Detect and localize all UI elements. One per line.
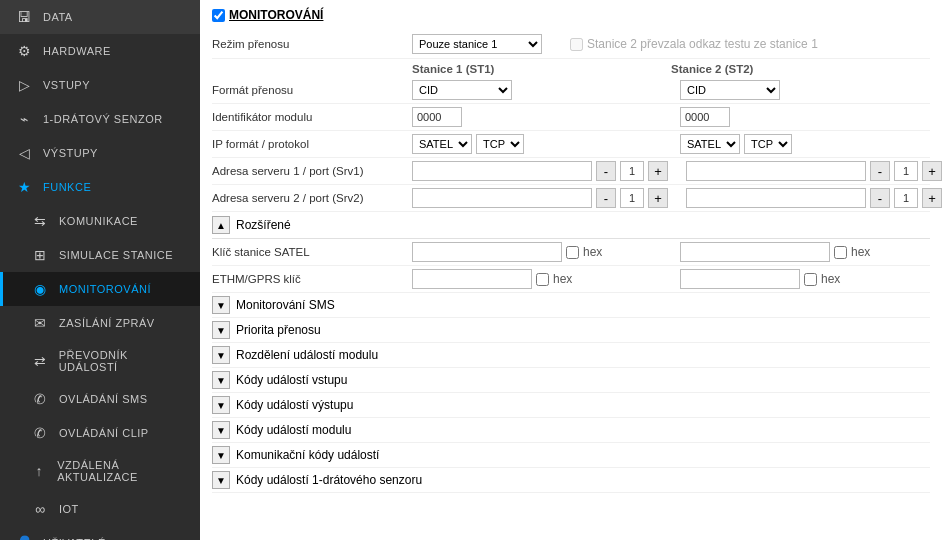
sidebar-item-hardware[interactable]: ⚙ HARDWARE (0, 34, 200, 68)
sidebar-item-funkce[interactable]: ★ FUNKCE (0, 170, 200, 204)
klic-hex-label-2[interactable]: hex (834, 245, 870, 259)
sidebar-item-vzdalena[interactable]: ↑ VZDÁLENÁ AKTUALIZACE (0, 450, 200, 492)
collapse-btn-3[interactable]: ▼ (212, 371, 230, 389)
server1-num-2[interactable] (894, 161, 918, 181)
ip-proto-select-1[interactable]: SATELSIAContactID (412, 134, 472, 154)
server2-minus-btn-1[interactable]: - (596, 188, 616, 208)
ip-proto-select-2[interactable]: SATELSIAContactID (680, 134, 740, 154)
ethm-input-2[interactable] (680, 269, 800, 289)
collapse-item-3: ▼ Kódy událostí vstupu (212, 368, 930, 393)
stanice2-checkbox[interactable] (570, 38, 583, 51)
ethm-hex-label-2[interactable]: hex (804, 272, 840, 286)
server2-num-2[interactable] (894, 188, 918, 208)
klic-hex-text-2: hex (851, 245, 870, 259)
mode-label: Režim přenosu (212, 38, 412, 50)
identifikator-content (412, 107, 930, 127)
sidebar-label-vystupy: VÝSTUPY (43, 147, 98, 159)
sidebar-item-vystupy[interactable]: ◁ VÝSTUPY (0, 136, 200, 170)
rozsirene-label: Rozšířené (236, 218, 291, 232)
server1-plus-btn-1[interactable]: + (648, 161, 668, 181)
rozsirene-toggle-btn[interactable]: ▲ (212, 216, 230, 234)
klic-hex-label-1[interactable]: hex (566, 245, 602, 259)
ethm-col-left: hex (412, 269, 662, 289)
sidebar-item-zasilani[interactable]: ✉ ZASÍLÁNÍ ZPRÁV (0, 306, 200, 340)
mode-select[interactable]: Pouze stanice 1 Obě stanice Stanice 2 (412, 34, 542, 54)
collapse-btn-0[interactable]: ▼ (212, 296, 230, 314)
collapse-item-7: ▼ Kódy událostí 1-drátového senzoru (212, 468, 930, 493)
collapse-btn-7[interactable]: ▼ (212, 471, 230, 489)
server1-content: - + - + (412, 161, 942, 181)
sidebar-label-funkce: FUNKCE (43, 181, 91, 193)
sidebar-item-iot[interactable]: ∞ IoT (0, 492, 200, 526)
collapse-btn-5[interactable]: ▼ (212, 421, 230, 439)
identifikator-input-2[interactable] (680, 107, 730, 127)
server2-num-1[interactable] (620, 188, 644, 208)
sidebar-item-1dratovy[interactable]: ⌁ 1-DRÁTOVÝ SENZOR (0, 102, 200, 136)
ethm-content: hex hex (412, 269, 930, 289)
server1-num-1[interactable] (620, 161, 644, 181)
server1-minus-btn-1[interactable]: - (596, 161, 616, 181)
monitorovani-checkbox[interactable] (212, 9, 225, 22)
server2-plus-btn-2[interactable]: + (922, 188, 942, 208)
tcp-select-2[interactable]: TCPUDP (744, 134, 792, 154)
stanice2-checkbox-label[interactable]: Stanice 2 převzala odkaz testu ze stanic… (570, 37, 818, 51)
ethm-col-right: hex (680, 269, 930, 289)
server1-plus-btn-2[interactable]: + (922, 161, 942, 181)
ethm-hex-checkbox-1[interactable] (536, 273, 549, 286)
ip-format-label: IP formát / protokol (212, 138, 412, 150)
collapse-item-2: ▼ Rozdělení událostí modulu (212, 343, 930, 368)
sidebar: 🖫 DATA ⚙ HARDWARE ▷ VSTUPY ⌁ 1-DRÁTOVÝ S… (0, 0, 200, 540)
format-select-2[interactable]: CID SIA ContactID (680, 80, 780, 100)
collapse-label-2: Rozdělení událostí modulu (236, 348, 378, 362)
sidebar-label-iot: IoT (59, 503, 79, 515)
rozsirene-section: ▲ Rozšířené (212, 212, 930, 239)
server1-row: Adresa serveru 1 / port (Srv1) - + - + (212, 158, 930, 185)
server2-addr-input-2[interactable] (686, 188, 866, 208)
klic-stanice-content: hex hex (412, 242, 930, 262)
sidebar-item-simulace[interactable]: ⊞ SIMULACE STANICE (0, 238, 200, 272)
main-content: MONITOROVÁNÍ Režim přenosu Pouze stanice… (200, 0, 942, 540)
collapse-btn-4[interactable]: ▼ (212, 396, 230, 414)
format-col-left: CID SIA ContactID (412, 80, 662, 100)
ethm-hex-checkbox-2[interactable] (804, 273, 817, 286)
sidebar-label-vstupy: VSTUPY (43, 79, 90, 91)
format-select-1[interactable]: CID SIA ContactID (412, 80, 512, 100)
server1-addr-input-2[interactable] (686, 161, 866, 181)
stanice2-label: Stanice 2 převzala odkaz testu ze stanic… (587, 37, 818, 51)
station1-header: Stanice 1 (ST1) (412, 63, 671, 75)
sidebar-item-monitorovani[interactable]: ◉ MONITOROVÁNÍ (0, 272, 200, 306)
sidebar-item-prevodnik[interactable]: ⇄ PŘEVODNÍK UDÁLOSTÍ (0, 340, 200, 382)
server2-minus-btn-2[interactable]: - (870, 188, 890, 208)
klic-stanice-label: Klíč stanice SATEL (212, 246, 412, 258)
klic-input-2[interactable] (680, 242, 830, 262)
format-col-right: CID SIA ContactID (680, 80, 930, 100)
collapse-item-0: ▼ Monitorování SMS (212, 293, 930, 318)
server2-plus-btn-1[interactable]: + (648, 188, 668, 208)
sidebar-item-ovladani-sms[interactable]: ✆ OVLÁDÁNÍ SMS (0, 382, 200, 416)
klic-hex-checkbox-1[interactable] (566, 246, 579, 259)
identifikator-input-1[interactable] (412, 107, 462, 127)
sidebar-item-komunikace[interactable]: ⇆ KOMUNIKACE (0, 204, 200, 238)
collapse-label-6: Komunikační kódy událostí (236, 448, 379, 462)
server2-content: - + - + (412, 188, 942, 208)
collapse-btn-6[interactable]: ▼ (212, 446, 230, 464)
server1-addr-input-1[interactable] (412, 161, 592, 181)
ethm-input-1[interactable] (412, 269, 532, 289)
collapse-btn-1[interactable]: ▼ (212, 321, 230, 339)
sidebar-item-ovladani-clip[interactable]: ✆ OVLÁDÁNÍ CLIP (0, 416, 200, 450)
ethm-hex-label-1[interactable]: hex (536, 272, 572, 286)
monitorovani-checkbox-label[interactable]: MONITOROVÁNÍ (212, 8, 323, 22)
sidebar-item-data[interactable]: 🖫 DATA (0, 0, 200, 34)
klic-input-1[interactable] (412, 242, 562, 262)
server2-addr-input-1[interactable] (412, 188, 592, 208)
server1-minus-btn-2[interactable]: - (870, 161, 890, 181)
sidebar-item-vstupy[interactable]: ▷ VSTUPY (0, 68, 200, 102)
klic-hex-checkbox-2[interactable] (834, 246, 847, 259)
collapse-label-0: Monitorování SMS (236, 298, 335, 312)
1dratovy-icon: ⌁ (15, 111, 33, 127)
sidebar-item-uzivatele[interactable]: 👤 UŽIVATELÉ (0, 526, 200, 540)
identifikator-col-left (412, 107, 662, 127)
collapse-item-6: ▼ Komunikační kódy událostí (212, 443, 930, 468)
collapse-btn-2[interactable]: ▼ (212, 346, 230, 364)
tcp-select-1[interactable]: TCPUDP (476, 134, 524, 154)
